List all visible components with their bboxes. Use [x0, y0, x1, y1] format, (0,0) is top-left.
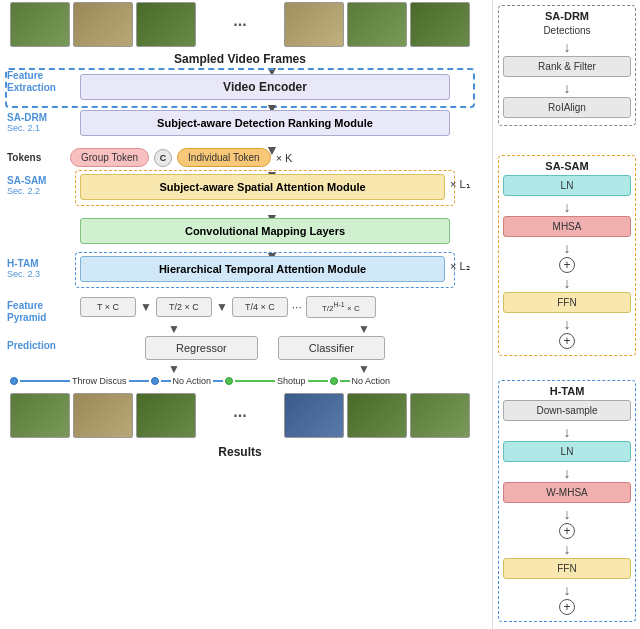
rp-htam-plus2: +: [559, 599, 575, 615]
rp-rank-filter-box: Rank & Filter: [503, 56, 631, 77]
rp-htam-downsample-box: Down-sample: [503, 400, 631, 421]
diagram-container: ··· Sampled Video Frames ▼ Feature Extra…: [0, 0, 640, 629]
rp-htam-arrow5: ↓: [503, 582, 631, 598]
rp-sadrm-arrow2: ↓: [503, 80, 631, 96]
times-l2: × L₂: [450, 260, 470, 273]
rp-htam-ffn-box: FFN: [503, 558, 631, 579]
rp-htam-ln-box: LN: [503, 441, 631, 462]
sa-sam-box: Subject-aware Spatial Attention Module: [80, 174, 445, 200]
h-tam-section-label: H-TAM: [7, 258, 38, 269]
frame-6: [410, 2, 470, 47]
result-frame-5: [347, 393, 407, 438]
result-frame-2: [73, 393, 133, 438]
frame-1: [10, 2, 70, 47]
right-panel: SA-DRM Detections ↓ Rank & Filter ↓ RoIA…: [492, 0, 640, 629]
tl-dot-noaction2: [330, 377, 338, 385]
arrow-tl-left: ▼: [168, 362, 180, 376]
rp-sasam-ln-box: LN: [503, 175, 631, 196]
rp-roi-align-box: RoIAlign: [503, 97, 631, 118]
pyr-arrow-2: ▼: [216, 300, 228, 314]
frame-5: [347, 2, 407, 47]
result-frame-1: [10, 393, 70, 438]
times-k: × K: [276, 152, 293, 164]
pyr-box-2: T/2 × C: [156, 297, 212, 317]
feature-pyramid-row: T × C ▼ T/2 × C ▼ T/4 × C ··· T/2H-1 × C: [80, 296, 376, 318]
rp-sadrm-arrow1: ↓: [503, 39, 631, 55]
pyr-arrow-1: ▼: [140, 300, 152, 314]
rp-sasam-title: SA-SAM: [503, 160, 631, 172]
frame-2: [73, 2, 133, 47]
rp-sasam-plus2: +: [559, 333, 575, 349]
result-frames-row: ···: [10, 393, 470, 438]
frames-dots: ···: [199, 16, 281, 34]
sa-drm-section-label: SA-DRM: [7, 112, 47, 123]
rp-sadrm-section: SA-DRM Detections ↓ Rank & Filter ↓ RoIA…: [498, 5, 636, 126]
arrow-pred-left: ▼: [168, 322, 180, 336]
tl-label-noaction2: No Action: [352, 376, 391, 386]
rp-sadrm-detections: Detections: [503, 25, 631, 36]
video-encoder-box: Video Encoder: [80, 74, 450, 100]
pyr-box-3: T/4 × C: [232, 297, 288, 317]
rp-sasam-arrow4: ↓: [503, 316, 631, 332]
rp-sasam-arrow2: ↓: [503, 240, 631, 256]
feature-extraction-label: Feature Extraction: [7, 70, 56, 94]
regressor-box: Regressor: [145, 336, 258, 360]
timeline-row: Throw Discus No Action Shotup No Action: [10, 376, 475, 386]
h-tam-box: Hierarchical Temporal Attention Module: [80, 256, 445, 282]
tokens-label: Tokens: [7, 152, 41, 163]
rp-htam-title: H-TAM: [503, 385, 631, 397]
rp-htam-wmhsa-box: W-MHSA: [503, 482, 631, 503]
conv-layers-box: Convolutional Mapping Layers: [80, 218, 450, 244]
rp-sasam-mhsa-box: MHSA: [503, 216, 631, 237]
results-label: Results: [10, 445, 470, 459]
tl-label-shotup: Shotup: [277, 376, 306, 386]
group-token: Group Token: [70, 148, 149, 167]
frame-3: [136, 2, 196, 47]
rp-htam-section: H-TAM Down-sample ↓ LN ↓ W-MHSA ↓ + ↓ FF…: [498, 380, 636, 622]
sampled-frames-label: Sampled Video Frames: [10, 52, 470, 66]
tl-line-shotup: [235, 380, 275, 382]
feat-pyramid-label: Feature Pyramid: [7, 300, 46, 324]
rp-htam-plus1: +: [559, 523, 575, 539]
rp-sasam-arrow1: ↓: [503, 199, 631, 215]
tl-line-shotup2: [308, 380, 328, 382]
arrow-pred-right: ▼: [358, 322, 370, 336]
tl-line-throw2: [129, 380, 149, 382]
tl-dot-throw: [10, 377, 18, 385]
rp-htam-arrow1: ↓: [503, 424, 631, 440]
rp-htam-arrow4: ↓: [503, 541, 631, 557]
rp-htam-arrow2: ↓: [503, 465, 631, 481]
times-l1: × L₁: [450, 178, 470, 191]
sa-drm-box: Subject-aware Detection Ranking Module: [80, 110, 450, 136]
rp-sasam-section: SA-SAM LN ↓ MHSA ↓ + ↓ FFN ↓ +: [498, 155, 636, 356]
result-frame-6: [410, 393, 470, 438]
rp-sasam-plus1: +: [559, 257, 575, 273]
tl-dot-noaction1: [151, 377, 159, 385]
pyr-box-4: T/2H-1 × C: [306, 296, 376, 318]
sa-sam-sec: Sec. 2.2: [7, 186, 40, 196]
tl-dot-shotup: [225, 377, 233, 385]
frame-4: [284, 2, 344, 47]
video-frames-row: ···: [10, 2, 470, 47]
prediction-row: Regressor Classifier: [80, 336, 450, 360]
tl-label-throw: Throw Discus: [72, 376, 127, 386]
rp-sadrm-title: SA-DRM: [503, 10, 631, 22]
result-frame-3: [136, 393, 196, 438]
individual-token: Individual Token: [177, 148, 271, 167]
pyr-box-1: T × C: [80, 297, 136, 317]
sa-sam-section-label: SA-SAM: [7, 175, 46, 186]
tl-line-throw: [20, 380, 70, 382]
concat-circle: C: [154, 149, 172, 167]
result-dots: ···: [199, 407, 281, 425]
tokens-row: Group Token C Individual Token × K: [70, 148, 292, 167]
sa-drm-sec: Sec. 2.1: [7, 123, 40, 133]
h-tam-sec: Sec. 2.3: [7, 269, 40, 279]
rp-sasam-ffn-box: FFN: [503, 292, 631, 313]
prediction-label: Prediction: [7, 340, 56, 351]
rp-sasam-arrow3: ↓: [503, 275, 631, 291]
classifier-box: Classifier: [278, 336, 385, 360]
tl-label-noaction1: No Action: [173, 376, 212, 386]
rp-htam-arrow3: ↓: [503, 506, 631, 522]
pyr-dots: ···: [292, 300, 302, 314]
arrow-tl-right: ▼: [358, 362, 370, 376]
